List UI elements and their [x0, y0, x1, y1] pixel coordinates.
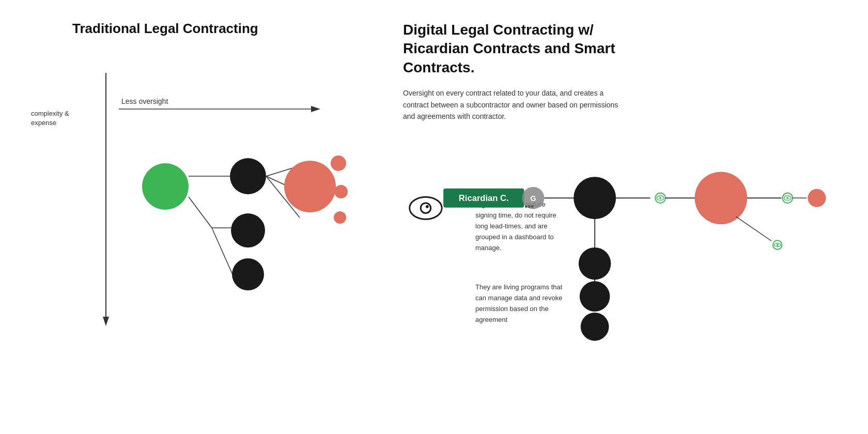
svg-text:Less oversight: Less oversight — [121, 97, 168, 105]
svg-point-12 — [232, 258, 264, 290]
svg-point-28 — [528, 206, 531, 208]
svg-text:G: G — [530, 194, 536, 203]
right-description: Oversight on every contract related to y… — [403, 87, 620, 122]
svg-point-49 — [808, 189, 826, 207]
svg-point-31 — [574, 177, 616, 220]
main-container: Traditional Legal Contracting complexity… — [0, 0, 868, 434]
svg-point-19 — [334, 211, 346, 224]
svg-marker-3 — [311, 106, 320, 112]
svg-point-36 — [580, 282, 610, 312]
left-panel: Traditional Legal Contracting complexity… — [31, 21, 382, 413]
svg-point-47 — [786, 197, 788, 199]
right-title: Digital Legal Contracting w/ Ricardian C… — [403, 21, 661, 77]
svg-point-43 — [695, 172, 748, 225]
svg-point-10 — [230, 158, 266, 194]
svg-point-16 — [284, 161, 336, 212]
svg-point-37 — [581, 313, 609, 341]
svg-text:Ricardian C.: Ricardian C. — [459, 193, 509, 203]
svg-point-41 — [659, 197, 661, 199]
svg-point-5 — [142, 163, 189, 210]
svg-line-50 — [736, 217, 771, 241]
svg-point-21 — [421, 203, 431, 213]
right-diagram-svg: Ricardian C. G — [403, 137, 837, 354]
svg-line-9 — [212, 228, 233, 274]
left-diagram-svg: Less oversight — [57, 68, 357, 336]
right-panel: Digital Legal Contracting w/ Ricardian C… — [382, 21, 837, 413]
left-diagram-area: complexity & expense Less oversight — [31, 68, 382, 413]
svg-line-7 — [189, 197, 212, 228]
svg-point-29 — [531, 206, 534, 208]
right-diagram-area: Digital contracts reduce signing time, d… — [403, 137, 837, 413]
svg-point-53 — [777, 244, 779, 246]
svg-point-18 — [334, 185, 348, 198]
svg-point-27 — [525, 206, 528, 208]
svg-point-20 — [410, 197, 442, 220]
svg-point-11 — [231, 213, 265, 247]
svg-point-17 — [331, 156, 346, 171]
left-title: Traditional Legal Contracting — [72, 21, 382, 37]
svg-point-35 — [579, 247, 611, 280]
svg-point-22 — [426, 205, 429, 208]
svg-marker-1 — [103, 317, 109, 326]
